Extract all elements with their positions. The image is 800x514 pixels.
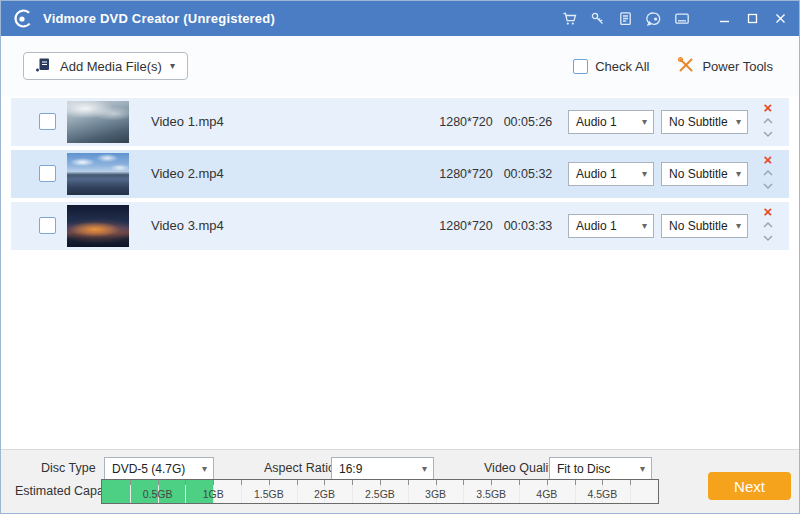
disc-type-value: DVD-5 (4.7G) <box>112 458 185 480</box>
power-tools-icon <box>677 56 695 77</box>
capacity-tick-label: 4.5GB <box>588 488 618 500</box>
chevron-down-icon: ▾ <box>202 464 207 474</box>
audio-track-dropdown[interactable]: Audio 1 ▾ <box>568 110 654 134</box>
capacity-tick-label: 4GB <box>536 488 557 500</box>
window-title: Vidmore DVD Creator (Unregistered) <box>43 1 275 36</box>
video-name: Video 2.mp4 <box>151 150 224 198</box>
audio-track-value: Audio 1 <box>576 163 617 185</box>
chevron-down-icon: ▾ <box>736 169 741 179</box>
capacity-tick-label: 1GB <box>203 488 224 500</box>
register-file-icon[interactable] <box>617 10 634 27</box>
chevron-down-icon: ▾ <box>422 464 427 474</box>
power-tools-label: Power Tools <box>702 59 773 74</box>
chevron-down-icon: ▾ <box>170 61 175 71</box>
chevron-down-icon: ▾ <box>642 169 647 179</box>
video-resolution: 1280*720 <box>431 98 501 146</box>
subtitle-value: No Subtitle <box>669 163 728 185</box>
feedback-icon[interactable] <box>645 10 662 27</box>
minimize-button[interactable] <box>716 10 733 27</box>
video-checkbox[interactable] <box>39 113 56 130</box>
chevron-down-icon: ▾ <box>642 221 647 231</box>
disc-type-dropdown[interactable]: DVD-5 (4.7G) ▾ <box>104 457 214 480</box>
subtitle-value: No Subtitle <box>669 111 728 133</box>
video-row-1[interactable]: Video 1.mp4 1280*720 00:05:26 Audio 1 ▾ … <box>11 98 789 146</box>
aspect-ratio-dropdown[interactable]: 16:9 ▾ <box>331 457 434 480</box>
aspect-ratio-label: Aspect Ratio: <box>264 457 338 480</box>
close-button[interactable] <box>772 10 789 27</box>
check-all-label: Check All <box>595 59 649 74</box>
capacity-tick-label: 2.5GB <box>365 488 395 500</box>
subtitle-value: No Subtitle <box>669 215 728 237</box>
cart-icon[interactable] <box>561 10 578 27</box>
delete-video-button[interactable]: × <box>764 205 773 218</box>
video-checkbox[interactable] <box>39 165 56 182</box>
move-up-button[interactable] <box>762 166 774 179</box>
video-thumbnail <box>67 205 129 247</box>
capacity-bar: 0.5GB1GB1.5GB2GB2.5GB3GB3.5GB4GB4.5GB <box>101 479 659 504</box>
video-name: Video 3.mp4 <box>151 202 224 250</box>
move-down-button[interactable] <box>762 231 774 244</box>
audio-track-value: Audio 1 <box>576 215 617 237</box>
next-button[interactable]: Next <box>708 472 791 500</box>
video-row-3[interactable]: Video 3.mp4 1280*720 00:03:33 Audio 1 ▾ … <box>11 202 789 250</box>
delete-video-button[interactable]: × <box>764 101 773 114</box>
chevron-down-icon: ▾ <box>736 221 741 231</box>
capacity-tick-label: 2GB <box>314 488 335 500</box>
add-media-button[interactable]: Add Media File(s) ▾ <box>23 52 188 80</box>
audio-track-dropdown[interactable]: Audio 1 ▾ <box>568 214 654 238</box>
move-up-button[interactable] <box>762 218 774 231</box>
video-thumbnail <box>67 153 129 195</box>
bottom-panel: Disc Type DVD-5 (4.7G) ▾ Aspect Ratio: 1… <box>1 449 799 513</box>
video-resolution: 1280*720 <box>431 202 501 250</box>
capacity-tick-label: 3.5GB <box>476 488 506 500</box>
audio-track-value: Audio 1 <box>576 111 617 133</box>
video-resolution: 1280*720 <box>431 150 501 198</box>
add-media-label: Add Media File(s) <box>60 59 162 74</box>
move-down-button[interactable] <box>762 127 774 140</box>
delete-video-button[interactable]: × <box>764 153 773 166</box>
chevron-down-icon: ▾ <box>642 117 647 127</box>
video-duration: 00:03:33 <box>499 202 557 250</box>
power-tools-button[interactable]: Power Tools <box>677 56 773 77</box>
titlebar: Vidmore DVD Creator (Unregistered) <box>1 1 799 36</box>
disc-type-label: Disc Type <box>41 457 96 480</box>
check-all-checkbox[interactable] <box>573 59 588 74</box>
subtitle-dropdown[interactable]: No Subtitle ▾ <box>661 162 748 186</box>
menu-icon[interactable] <box>673 10 690 27</box>
capacity-tick-label: 1.5GB <box>254 488 284 500</box>
video-list: Video 1.mp4 1280*720 00:05:26 Audio 1 ▾ … <box>11 98 789 254</box>
subtitle-dropdown[interactable]: No Subtitle ▾ <box>661 214 748 238</box>
video-quality-value: Fit to Disc <box>557 458 610 480</box>
maximize-button[interactable] <box>744 10 761 27</box>
capacity-tick-label: 3GB <box>425 488 446 500</box>
video-row-2[interactable]: Video 2.mp4 1280*720 00:05:32 Audio 1 ▾ … <box>11 150 789 198</box>
app-window: Vidmore DVD Creator (Unregistered) <box>0 0 800 514</box>
video-thumbnail <box>67 101 129 143</box>
video-quality-dropdown[interactable]: Fit to Disc ▾ <box>549 457 652 480</box>
chevron-down-icon: ▾ <box>640 464 645 474</box>
toolbar: Add Media File(s) ▾ Check All Power Tool… <box>1 36 799 96</box>
register-key-icon[interactable] <box>589 10 606 27</box>
check-all-control: Check All <box>573 59 649 74</box>
subtitle-dropdown[interactable]: No Subtitle ▾ <box>661 110 748 134</box>
chevron-down-icon: ▾ <box>736 117 741 127</box>
move-up-button[interactable] <box>762 114 774 127</box>
video-checkbox[interactable] <box>39 217 56 234</box>
video-duration: 00:05:32 <box>499 150 557 198</box>
add-media-icon <box>36 57 52 76</box>
move-down-button[interactable] <box>762 179 774 192</box>
vidmore-logo-icon <box>13 8 34 29</box>
video-duration: 00:05:26 <box>499 98 557 146</box>
audio-track-dropdown[interactable]: Audio 1 ▾ <box>568 162 654 186</box>
capacity-tick-label: 0.5GB <box>143 488 173 500</box>
aspect-ratio-value: 16:9 <box>339 458 362 480</box>
video-name: Video 1.mp4 <box>151 98 224 146</box>
